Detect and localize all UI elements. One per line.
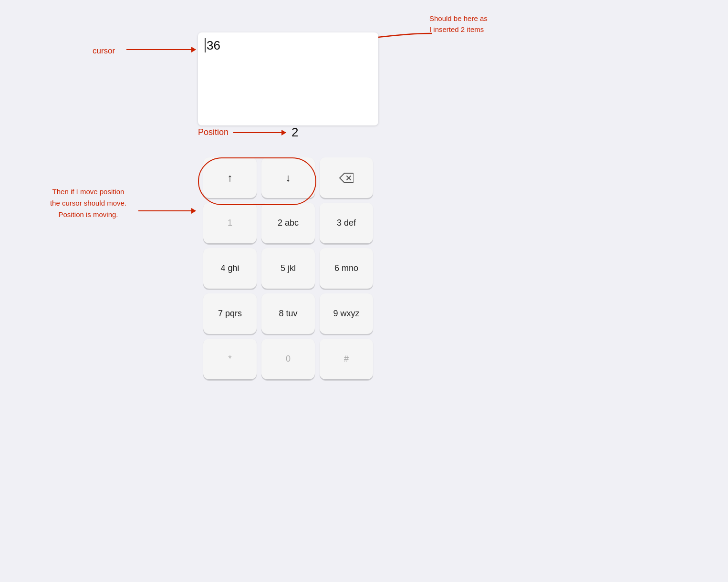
key-1[interactable]: 1: [203, 203, 257, 243]
should-be-here-line2: I inserted 2 items: [429, 25, 484, 33]
cursor-label: cursor: [93, 46, 115, 56]
text-field-value: 36: [207, 38, 220, 53]
should-be-here-line1: Should be here as: [429, 14, 488, 22]
key-7[interactable]: 7 pqrs: [203, 293, 257, 334]
key-up[interactable]: ↑: [203, 157, 257, 198]
position-arrow: [233, 132, 286, 133]
key-2[interactable]: 2 abc: [261, 203, 315, 243]
key-9[interactable]: 9 wxyz: [320, 293, 373, 334]
should-be-here-annotation: Should be here as I inserted 2 items: [429, 13, 488, 35]
key-3[interactable]: 3 def: [320, 203, 373, 243]
position-row: Position 2: [198, 125, 378, 140]
key-down[interactable]: ↓: [261, 157, 315, 198]
then-if-annotation: Then if I move position the cursor shoul…: [38, 186, 138, 220]
key-hash[interactable]: #: [320, 339, 373, 379]
text-field-content: 36: [205, 38, 372, 53]
text-field[interactable]: 36: [198, 32, 378, 125]
then-if-line2: the cursor should move.: [50, 199, 126, 207]
key-6[interactable]: 6 mno: [320, 248, 373, 289]
key-star[interactable]: *: [203, 339, 257, 379]
position-label: Position: [198, 127, 229, 137]
keypad-row-3: 7 pqrs 8 tuv 9 wxyz: [198, 293, 378, 334]
keypad: ↑ ↓ 1 2 abc 3 def 4 ghi 5 jkl 6 mno 7 pq…: [198, 157, 378, 384]
then-if-line3: Position is moving.: [58, 210, 118, 218]
then-if-line1: Then if I move position: [52, 187, 125, 196]
key-5[interactable]: 5 jkl: [261, 248, 315, 289]
keypad-row-2: 4 ghi 5 jkl 6 mno: [198, 248, 378, 289]
position-value: 2: [291, 125, 298, 140]
keypad-row-4: * 0 #: [198, 339, 378, 379]
key-backspace[interactable]: [320, 157, 373, 198]
cursor-bar: [205, 38, 206, 52]
keypad-row-1: 1 2 abc 3 def: [198, 203, 378, 243]
key-0[interactable]: 0: [261, 339, 315, 379]
key-4[interactable]: 4 ghi: [203, 248, 257, 289]
cursor-arrow: [126, 49, 196, 50]
key-8[interactable]: 8 tuv: [261, 293, 315, 334]
left-annotation-arrow: [138, 210, 196, 211]
keypad-row-nav: ↑ ↓: [198, 157, 378, 198]
